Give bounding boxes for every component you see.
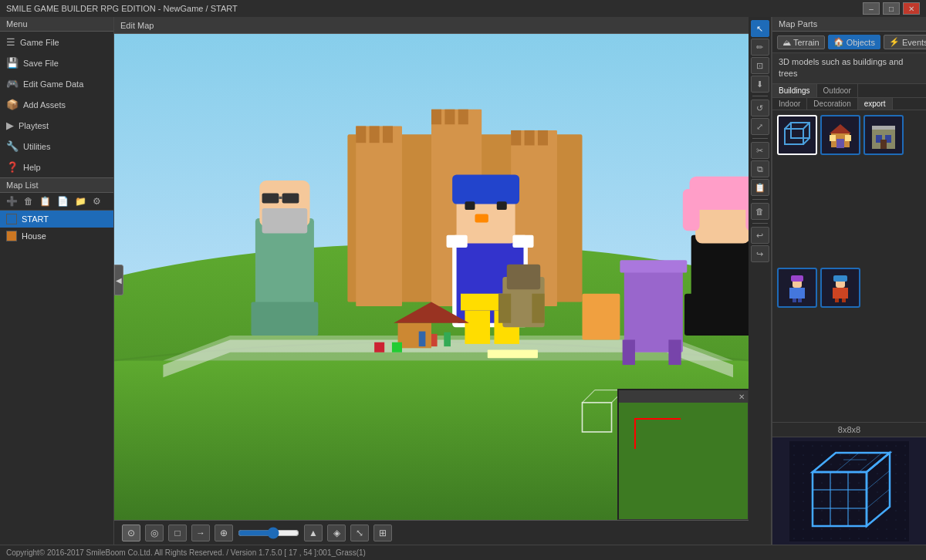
part-item-char1[interactable]	[777, 268, 817, 308]
map-item-house[interactable]: House	[0, 228, 113, 245]
svg-rect-72	[830, 135, 836, 141]
tool-resize-button[interactable]: ⤢	[751, 118, 769, 135]
tool-undo-button[interactable]: ↩	[751, 227, 769, 244]
main-layout: Menu ☰ Game File 💾 Save File 🎮 Edit Game…	[0, 17, 926, 545]
objects-label: Objects	[847, 38, 875, 47]
minimap-close-btn[interactable]: ✕	[738, 393, 745, 401]
svg-rect-20	[282, 193, 299, 203]
size-label: 8x8x8	[772, 422, 926, 437]
svg-rect-46	[507, 265, 540, 290]
menu-item-game-file[interactable]: ☰ Game File	[0, 32, 113, 52]
tool-column: ↖ ✏ ⊡ ⬇ ↺ ⤢ ✂ ⧉ 📋 🗑 ↩ ↪	[749, 17, 772, 545]
tool-paste-button[interactable]: 📋	[751, 179, 769, 196]
tool-select-button[interactable]: ⊡	[751, 57, 769, 74]
sidebar-toggle-button[interactable]: ◀	[114, 265, 123, 295]
svg-line-67	[803, 123, 809, 129]
part-3dbox-icon	[782, 120, 813, 150]
menu-item-save-file[interactable]: 💾 Save File	[0, 52, 113, 73]
svg-rect-48	[532, 294, 544, 323]
svg-rect-15	[538, 130, 548, 146]
svg-line-66	[785, 123, 791, 129]
map-new-button[interactable]: 📄	[56, 195, 70, 207]
menu-item-add-assets[interactable]: 📦 Add Assets	[0, 94, 113, 115]
canvas-area[interactable]: ✕	[114, 34, 749, 520]
part-item-building1[interactable]	[820, 115, 860, 155]
events-button[interactable]: ⚡ Events	[884, 35, 926, 49]
minimize-button[interactable]: –	[863, 2, 880, 15]
svg-rect-86	[833, 288, 848, 299]
svg-rect-59	[374, 342, 384, 353]
part-item-3dbox[interactable]	[777, 115, 817, 155]
sidebar: Menu ☰ Game File 💾 Save File 🎮 Edit Game…	[0, 17, 114, 545]
events-label: Events	[902, 38, 926, 47]
question-icon: ❓	[6, 161, 19, 173]
tool-triangle-button[interactable]: ▲	[304, 525, 323, 541]
parts-description: 3D models such as buildings and trees	[772, 53, 926, 84]
tool-separator-1	[752, 96, 768, 96]
tool-arrow-button[interactable]: →	[191, 525, 210, 541]
svg-rect-88	[842, 299, 846, 302]
svg-rect-44	[668, 339, 681, 365]
tool-cut-button[interactable]: ✂	[751, 142, 769, 159]
part-item-building2[interactable]	[863, 115, 904, 155]
right-content: 3D models such as buildings and trees Bu…	[772, 53, 926, 545]
map-folder-button[interactable]: 📁	[73, 195, 88, 207]
tool-grid-button[interactable]: ⊞	[373, 525, 392, 541]
svg-rect-14	[525, 130, 535, 146]
sub-tab-decoration[interactable]: Decoration	[807, 98, 857, 110]
close-button[interactable]: ✕	[903, 2, 920, 15]
svg-rect-13	[511, 130, 521, 146]
map-delete-button[interactable]: 🗑	[22, 195, 35, 207]
sub-tab-indoor[interactable]: Indoor	[772, 98, 807, 110]
svg-rect-73	[845, 135, 851, 141]
preview-3d-svg	[789, 441, 909, 541]
menu-item-playtest[interactable]: ▶ Playtest	[0, 115, 113, 136]
tool-redo-button[interactable]: ↪	[751, 245, 769, 262]
tool-place-button[interactable]: ⊕	[215, 525, 233, 541]
minimap-content	[619, 403, 748, 519]
svg-rect-30	[465, 201, 475, 210]
svg-rect-47	[498, 294, 511, 323]
svg-rect-85	[833, 275, 847, 282]
events-icon: ⚡	[889, 37, 900, 47]
cat-tab-buildings[interactable]: Buildings	[772, 84, 817, 97]
minimap-header: ✕	[619, 390, 748, 403]
statusbar-text: Copyright© 2016-2017 SmileBoom Co.Ltd. A…	[6, 548, 366, 557]
maximize-button[interactable]: □	[883, 2, 900, 15]
zoom-slider[interactable]	[238, 527, 299, 539]
map-copy-button[interactable]: 📋	[38, 195, 52, 207]
tool-copy-button[interactable]: ⧉	[751, 160, 769, 177]
tool-expand-button[interactable]: ⤡	[350, 525, 369, 541]
map-add-button[interactable]: ➕	[5, 195, 19, 207]
tool-delete-button[interactable]: 🗑	[751, 203, 769, 220]
preview-3d	[772, 437, 926, 545]
tool-cursor-button[interactable]: ↖	[751, 20, 769, 37]
map-item-start[interactable]: START	[0, 211, 113, 228]
menu-item-help[interactable]: ❓ Help	[0, 157, 113, 177]
tool-move-button[interactable]: ⊙	[122, 525, 140, 541]
part-item-char2[interactable]	[820, 268, 860, 308]
svg-rect-22	[251, 302, 318, 336]
menu-item-edit-game-data-label: Edit Game Data	[23, 79, 83, 89]
map-settings-button[interactable]: ⚙	[91, 195, 103, 207]
svg-rect-42	[620, 260, 687, 272]
hamburger-icon: ☰	[6, 36, 15, 48]
sub-tab-export[interactable]: export	[858, 98, 893, 110]
tool-rect-button[interactable]: □	[168, 525, 187, 541]
svg-rect-36	[684, 294, 749, 336]
svg-rect-49	[398, 323, 431, 349]
terrain-button[interactable]: ⛰ Terrain	[777, 35, 825, 49]
tool-eraser-button[interactable]: ◈	[327, 525, 346, 541]
menu-item-edit-game-data[interactable]: 🎮 Edit Game Data	[0, 73, 113, 94]
objects-button[interactable]: 🏠 Objects	[828, 35, 880, 49]
titlebar: SMILE GAME BUILDER RPG EDITION - NewGame…	[0, 0, 926, 17]
bottom-toolbar: ⊙ ◎ □ → ⊕ ▲ ◈ ⤡ ⊞	[114, 520, 749, 545]
svg-rect-81	[789, 288, 805, 299]
category-tabs: Buildings Outdoor	[772, 84, 926, 98]
tool-pencil-button[interactable]: ✏	[751, 39, 769, 56]
tool-download-button[interactable]: ⬇	[751, 76, 769, 93]
cat-tab-outdoor[interactable]: Outdoor	[817, 84, 858, 97]
tool-refresh-button[interactable]: ↺	[751, 100, 769, 116]
menu-item-utilities[interactable]: 🔧 Utilities	[0, 136, 113, 157]
tool-paint-button[interactable]: ◎	[145, 525, 164, 541]
